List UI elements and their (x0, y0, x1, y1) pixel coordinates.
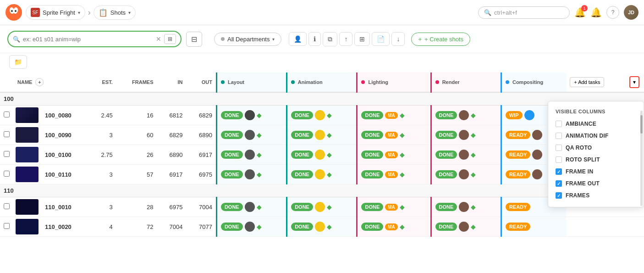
row-checkbox[interactable] (4, 151, 10, 157)
clear-filter-button[interactable]: ✕ (156, 35, 161, 43)
anim-avatar (315, 130, 325, 140)
frame-out-checkbox[interactable]: ✓ (556, 180, 562, 187)
frame-in-checkbox[interactable]: ✓ (556, 168, 562, 175)
panel-item-ambiance[interactable]: AMBIANCE (548, 118, 644, 130)
shot-thumbnail (16, 107, 39, 123)
panel-item-qa-roto[interactable]: QA ROTO (548, 142, 644, 154)
frame-in-label: FRAME IN (566, 168, 593, 175)
notifications-button[interactable]: 🔔 1 (574, 7, 586, 18)
shot-thumbnail (16, 127, 39, 143)
shot-in: 6812 (157, 106, 187, 125)
shot-render: DONE ◆ (431, 197, 501, 217)
shots-icon: 📋 (99, 8, 108, 17)
project-name: Sprite Fright (43, 9, 75, 16)
layout-avatar (245, 130, 255, 140)
col-add-tasks-header: + Add tasks (566, 72, 626, 92)
create-shots-button[interactable]: + + Create shots (411, 33, 470, 46)
anim-avatar (315, 202, 325, 212)
layout-avatar (245, 150, 255, 160)
add-tasks-button[interactable]: + Add tasks (570, 77, 604, 87)
shot-thumbnail (16, 167, 39, 182)
roto-split-checkbox[interactable] (556, 156, 562, 163)
row-checkbox[interactable] (4, 223, 10, 229)
shot-out: 6890 (186, 125, 216, 145)
shot-est: 4 (89, 217, 116, 237)
shot-out: 7077 (186, 217, 216, 237)
row-checkbox[interactable] (4, 111, 10, 117)
shot-lighting: DONE MA ◆ (357, 145, 431, 165)
shot-est: 2.45 (89, 106, 116, 125)
project-nav-pill[interactable]: SF Sprite Fright ▾ (26, 5, 85, 20)
shot-est: 3 (89, 197, 116, 217)
advanced-filter-button[interactable]: ⊟ (186, 32, 202, 47)
link-button[interactable]: ⧉ (323, 32, 337, 46)
panel-item-frame-in[interactable]: ✓ FRAME IN (548, 166, 644, 178)
file-button[interactable]: 📄 (372, 32, 390, 46)
columns-dropdown-button[interactable]: ▾ (629, 76, 639, 88)
shots-chevron: ▾ (128, 10, 131, 15)
panel-item-roto-split[interactable]: ROTO SPLIT (548, 154, 644, 166)
shot-name: 110_0010 (45, 204, 72, 211)
shot-layout: DONE ◆ (216, 217, 286, 237)
panel-item-frames[interactable]: ✓ FRAMES (548, 189, 644, 201)
qa-roto-label: QA ROTO (566, 145, 592, 151)
visible-columns-title: VISIBLE COLUMNS (548, 107, 644, 118)
copy-button[interactable]: ⊞ (354, 32, 370, 46)
toolbar2: 📁 (0, 53, 644, 72)
folder-button[interactable]: 📁 (9, 55, 27, 69)
save-filter-button[interactable]: ⊞ (164, 34, 176, 44)
shot-render: DONE ◆ (431, 165, 501, 184)
qa-roto-checkbox[interactable] (556, 145, 562, 151)
dept-chevron: ▾ (272, 37, 275, 42)
animation-dif-checkbox[interactable] (556, 133, 562, 139)
layout-avatar (245, 202, 255, 212)
user-avatar[interactable]: JD (624, 5, 638, 20)
row-checkbox[interactable] (4, 131, 10, 137)
help-button[interactable]: ? (606, 6, 619, 19)
project-chevron: ▾ (78, 10, 80, 15)
shot-animation: DONE ◆ (287, 106, 357, 125)
panel-item-frame-out[interactable]: ✓ FRAME OUT (548, 178, 644, 189)
ambiance-checkbox[interactable] (556, 121, 562, 127)
shot-in: 6917 (157, 165, 187, 184)
shots-nav-pill[interactable]: 📋 Shots ▾ (94, 6, 136, 20)
download-button[interactable]: ↓ (391, 32, 405, 46)
shot-animation: DONE ◆ (287, 145, 357, 165)
info-button[interactable]: ℹ (308, 32, 321, 46)
shot-frames: 57 (116, 165, 157, 184)
col-animation-header: Animation (287, 72, 357, 92)
lighting-ma-badge: MA (385, 112, 398, 119)
col-compositing-header: Compositing (501, 72, 566, 92)
col-out-header: OUT (186, 72, 216, 92)
comp-avatar (532, 130, 542, 140)
render-avatar (459, 150, 469, 160)
department-dropdown[interactable]: All Departments ▾ (214, 33, 281, 46)
col-lighting-header: Lighting (357, 72, 431, 92)
shot-in: 6829 (157, 125, 187, 145)
row-checkbox[interactable] (4, 203, 10, 209)
global-search[interactable]: 🔍 ctrl+alt+f (478, 6, 570, 19)
alerts-button[interactable]: 🔔 (590, 7, 602, 18)
search-placeholder: ctrl+alt+f (494, 9, 517, 16)
col-layout-header: Layout (216, 72, 286, 92)
layout-avatar (245, 222, 255, 232)
render-avatar (459, 110, 469, 120)
shot-lighting: DONE MA ◆ (357, 197, 431, 217)
filter-input[interactable] (23, 36, 153, 43)
render-dot (435, 80, 439, 84)
add-name-button[interactable]: + (35, 78, 44, 86)
svg-point-4 (15, 10, 17, 12)
persons-view-button[interactable]: 👤 (289, 32, 307, 46)
panel-scrollbar[interactable] (640, 111, 643, 206)
dept-label: All Departments (227, 36, 270, 43)
row-checkbox[interactable] (4, 171, 10, 177)
create-shots-label: + Create shots (424, 36, 463, 43)
upload-button[interactable]: ↑ (339, 32, 352, 46)
animation-dif-label: ANIMATION DIF (566, 133, 609, 139)
logo[interactable] (6, 4, 22, 21)
panel-item-animation-dif[interactable]: ANIMATION DIF (548, 130, 644, 142)
shot-animation: DONE ◆ (287, 165, 357, 184)
search-filter-input[interactable]: 🔍 ✕ ⊞ (7, 31, 182, 47)
shot-render: DONE ◆ (431, 145, 501, 165)
frames-checkbox[interactable]: ✓ (556, 192, 562, 199)
